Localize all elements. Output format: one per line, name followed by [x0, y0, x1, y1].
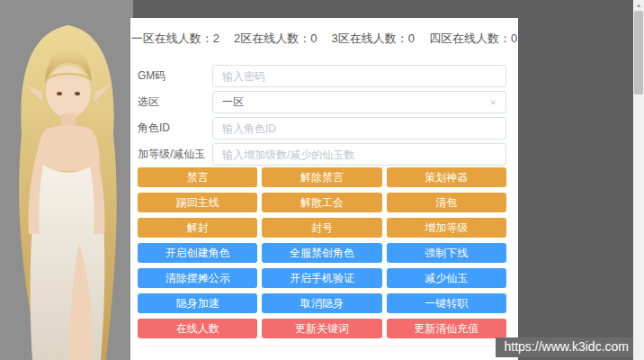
ban-button[interactable]: 封号: [262, 218, 381, 238]
role-id-input[interactable]: [212, 117, 506, 140]
level-jade-input[interactable]: [212, 143, 506, 166]
character-illustration: [0, 9, 133, 360]
stat-zone4: 四区在线人数：0: [429, 31, 517, 47]
reduce-jade-button[interactable]: 减少仙玉: [387, 268, 506, 288]
add-level-button[interactable]: 增加等级: [387, 218, 506, 238]
unban-button[interactable]: 解封: [138, 218, 257, 238]
role-id-label: 角色ID: [138, 121, 212, 136]
enable-phone-verify-button[interactable]: 开启手机验证: [262, 268, 381, 288]
action-buttons-grid: 禁言 解除禁言 策划神器 踢回主线 解散工会 清包 解封 封号 增加等级 开启创…: [138, 167, 506, 338]
online-count-button[interactable]: 在线人数: [138, 319, 257, 338]
form-row-role-id: 角色ID: [138, 117, 506, 140]
stat-zone3: 3区在线人数：0: [332, 31, 415, 47]
server-select[interactable]: 一区 ∨: [212, 91, 506, 113]
force-offline-button[interactable]: 强制下线: [387, 243, 506, 263]
clear-stall-notice-button[interactable]: 清除摆摊公示: [138, 268, 257, 288]
form-row-server: 选区 一区 ∨: [138, 91, 506, 113]
disband-guild-button[interactable]: 解散工会: [262, 193, 381, 212]
scrollbar-thumb[interactable]: [634, 11, 643, 94]
form-row-gm-code: GM码: [138, 65, 506, 87]
character-art-zone: [0, 0, 133, 360]
forbid-create-role-button[interactable]: 全服禁创角色: [262, 243, 381, 263]
oneclick-jobchange-button[interactable]: 一键转职: [387, 293, 506, 313]
gm-panel: 一区在线人数：2 2区在线人数：0 3区在线人数：0 四区在线人数：0 GM码 …: [130, 18, 518, 360]
page-scrollbar[interactable]: ▲: [633, 0, 644, 360]
cancel-stealth-button[interactable]: 取消隐身: [262, 293, 381, 313]
level-jade-label: 加等级/减仙玉: [138, 147, 212, 162]
stat-zone2: 2区在线人数：0: [234, 31, 317, 47]
gm-form: GM码 选区 一区 ∨ 角色ID 加等级/减仙玉: [138, 65, 506, 169]
online-stats-bar: 一区在线人数：2 2区在线人数：0 3区在线人数：0 四区在线人数：0: [130, 31, 518, 47]
stat-zone1: 一区在线人数：2: [131, 31, 219, 47]
planner-tool-button[interactable]: 策划神器: [387, 167, 506, 187]
enable-create-role-button[interactable]: 开启创建角色: [138, 243, 257, 263]
gm-code-label: GM码: [138, 68, 212, 84]
unmute-button[interactable]: 解除禁言: [262, 167, 381, 187]
stealth-speedup-button[interactable]: 隐身加速: [138, 293, 257, 313]
server-select-value: 一区: [222, 94, 490, 110]
update-keywords-button[interactable]: 更新关键词: [262, 319, 381, 338]
clear-bag-button[interactable]: 清包: [387, 193, 506, 212]
gm-code-input[interactable]: [212, 65, 506, 87]
bottom-divider: [145, 346, 502, 346]
watermark-link[interactable]: https://www.k3idc.com: [496, 338, 635, 357]
kick-to-mainline-button[interactable]: 踢回主线: [138, 193, 257, 212]
mute-button[interactable]: 禁言: [138, 167, 257, 187]
form-row-level-jade: 加等级/减仙玉: [138, 143, 506, 166]
update-recharge-button[interactable]: 更新清仙充值: [387, 319, 506, 338]
scroll-up-icon[interactable]: ▲: [633, 0, 644, 11]
chevron-down-icon: ∨: [490, 99, 496, 106]
server-select-label: 选区: [138, 94, 212, 110]
